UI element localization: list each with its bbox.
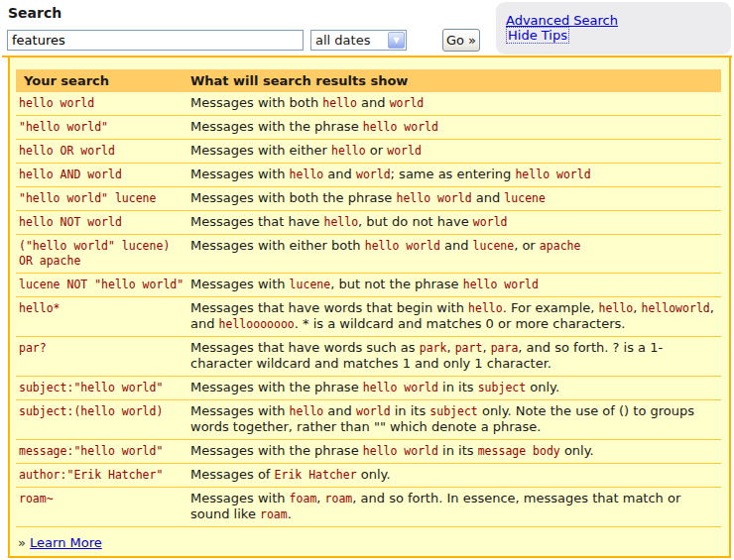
description-cell: Messages with the phrase hello world in … [190,380,721,395]
table-row: "hello world"Messages with the phrase he… [16,115,721,139]
chevron-down-icon: ▼ [388,32,405,49]
description-cell: Messages with the phrase hello world in … [190,443,721,459]
query-cell: author:"Erik Hatcher" [16,467,190,483]
query-cell: par? [16,340,190,372]
table-row: "hello world" luceneMessages with both t… [16,186,721,210]
description-cell: Messages with both the phrase hello worl… [190,190,721,206]
inline-code: part [455,341,483,355]
table-row: lucene NOT "hello world"Messages with lu… [16,273,721,296]
inline-code: world [356,168,391,181]
description-cell: Messages that have words that begin with… [190,300,721,332]
query-cell: subject:(hello world) [16,403,190,435]
query-cell: hello OR world [16,143,190,159]
inline-code: message body [478,444,560,458]
table-row: roam~Messages with foam, roam, and so fo… [16,487,721,526]
inline-code: Erik Hatcher [275,468,357,482]
search-input[interactable] [7,30,304,51]
description-cell: Messages with hello and world in its sub… [190,403,721,435]
inline-code: lucene [473,239,515,253]
column-header-results: What will search results show [190,73,721,88]
inline-code: hello world [363,120,438,134]
inline-code: hello world [396,191,471,205]
description-cell: Messages with either both hello world an… [190,238,721,269]
page-title: Search [8,5,61,21]
description-cell: Messages with either hello or world [190,143,721,159]
query-cell: ("hello world" lucene) OR apache [16,238,190,269]
query-cell: hello* [16,300,190,332]
inline-code: para [491,341,519,355]
table-row: message:"hello world"Messages with the p… [16,439,721,463]
learn-more-link[interactable]: Learn More [30,535,102,550]
table-row: hello worldMessages with both hello and … [16,92,721,115]
search-tips-panel: Your search What will search results sho… [8,56,731,558]
query-cell: lucene NOT "hello world" [16,277,190,292]
description-cell: Messages with lucene, but not the phrase… [190,277,721,292]
description-cell: Messages with hello and world; same as e… [190,167,721,182]
description-cell: Messages with the phrase hello world [190,119,721,135]
inline-code: hello world [363,444,438,458]
hide-tips-link[interactable]: Hide Tips [506,27,569,44]
table-row: ("hello world" lucene) OR apacheMessages… [16,234,721,273]
column-header-your-search: Your search [16,73,190,88]
query-cell: message:"hello world" [16,443,190,459]
inline-code: hello world [363,381,438,394]
query-cell: hello world [16,95,190,111]
query-cell: hello AND world [16,167,190,182]
learn-more-bullet: » [18,535,26,550]
inline-code: hello [322,96,357,110]
inline-code: helloworld [642,301,710,315]
table-row: subject:(hello world)Messages with hello… [16,399,721,439]
inline-code: apache [540,239,581,253]
inline-code: park [420,341,447,355]
inline-code: hello [290,168,324,181]
table-row: hello OR worldMessages with either hello… [16,139,721,163]
table-row: par?Messages that have words such as par… [16,336,721,376]
date-filter-select[interactable]: all dates ▼ [310,30,407,51]
inline-code: hello [323,215,358,229]
learn-more-row: » Learn More [16,526,721,560]
table-row: hello AND worldMessages with hello and w… [16,163,721,186]
hide-tips-label: Hide Tips [506,27,569,44]
query-cell: "hello world" lucene [16,190,190,206]
inline-code: lucene [504,191,546,205]
query-cell: "hello world" [16,119,190,135]
description-cell: Messages that have words such as park, p… [190,340,721,372]
inline-code: world [356,404,391,418]
description-cell: Messages that have hello, but do not hav… [190,214,721,230]
query-cell: roam~ [16,491,190,522]
inline-code: hellooooooo [219,317,295,331]
table-header-row: Your search What will search results sho… [16,69,721,92]
inline-code: roam [260,507,288,521]
table-row: hello*Messages that have words that begi… [16,296,721,336]
inline-code: hello world [463,278,539,291]
inline-code: hello [331,144,366,158]
advanced-search-link[interactable]: Advanced Search [506,13,618,28]
query-cell: hello NOT world [16,214,190,230]
inline-code: hello [599,301,634,315]
inline-code: hello world [365,239,440,253]
table-row: subject:"hello world"Messages with the p… [16,376,721,399]
inline-code: hello world [515,168,590,181]
table-row: hello NOT worldMessages that have hello,… [16,210,721,234]
description-cell: Messages with both hello and world [190,95,721,111]
inline-code: hello [290,404,324,418]
description-cell: Messages with foam, roam, and so forth. … [190,491,721,522]
query-cell: subject:"hello world" [16,380,190,395]
go-button[interactable]: Go » [442,29,480,52]
inline-code: lucene [290,278,331,291]
inline-code: foam [290,492,317,505]
description-cell: Messages of Erik Hatcher only. [190,467,721,483]
inline-code: world [390,96,425,110]
tips-rows: hello worldMessages with both hello and … [16,92,721,526]
inline-code: hello [468,301,503,315]
date-filter-value: all dates [311,32,387,49]
inline-code: roam [325,492,353,505]
inline-code: world [473,215,508,229]
inline-code: subject [478,381,526,394]
inline-code: world [387,144,422,158]
inline-code: subject [429,404,477,418]
table-row: author:"Erik Hatcher"Messages of Erik Ha… [16,463,721,487]
